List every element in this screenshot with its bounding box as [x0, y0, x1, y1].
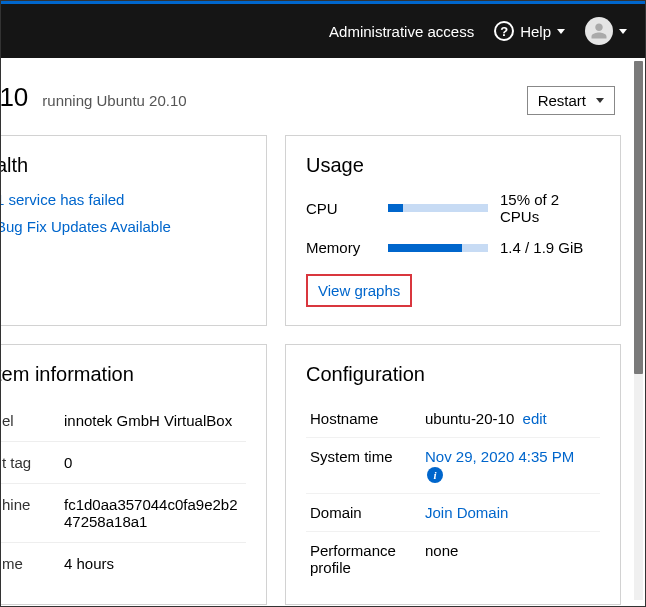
view-graphs-link[interactable]: View graphs [306, 274, 412, 307]
sysinfo-row-machine-id: hine fc1d0aa357044c0fa9e2b247258a18a1 [1, 484, 246, 543]
usage-memory-label: Memory [306, 239, 376, 256]
page-title-block: ntu-20-10 running Ubuntu 20.10 [1, 82, 187, 113]
user-menu[interactable] [585, 17, 627, 45]
health-card: alth 1 service has failed Bug Fix Update… [1, 135, 267, 326]
usage-card: Usage CPU 15% of 2 CPUs Memory 1.4 / 1.9… [285, 135, 621, 326]
page-subtitle: running Ubuntu 20.10 [42, 92, 186, 109]
sysinfo-row-asset-tag: t tag 0 [1, 442, 246, 484]
config-perf-value: none [421, 532, 600, 587]
sysinfo-uptime-value: 4 hours [58, 543, 246, 585]
config-systime-link[interactable]: Nov 29, 2020 4:35 PM [425, 448, 574, 465]
config-join-domain-link[interactable]: Join Domain [425, 504, 508, 521]
sysinfo-model-key: el [1, 400, 58, 442]
page-hostname: ntu-20-10 [1, 82, 28, 113]
sysinfo-model-value: innotek GmbH VirtualBox [58, 400, 246, 442]
health-title: alth [1, 154, 246, 177]
help-label: Help [520, 23, 551, 40]
system-info-card: tem information el innotek GmbH VirtualB… [1, 344, 267, 605]
top-navigation: Administrative access ? Help [1, 4, 645, 58]
avatar-icon [585, 17, 613, 45]
system-info-title: tem information [1, 363, 246, 386]
restart-button[interactable]: Restart [527, 86, 615, 115]
chevron-down-icon [557, 29, 565, 34]
sysinfo-asset-value: 0 [58, 442, 246, 484]
chevron-down-icon [619, 29, 627, 34]
usage-memory-bar [388, 244, 488, 252]
help-menu[interactable]: ? Help [494, 21, 565, 41]
sysinfo-machine-key: hine [1, 484, 58, 543]
health-service-failed-link[interactable]: 1 service has failed [1, 191, 124, 208]
config-systime-label: System time [306, 438, 421, 494]
configuration-card: Configuration Hostname ubuntu-20-10 edit… [285, 344, 621, 605]
config-hostname-value: ubuntu-20-10 [425, 410, 514, 427]
restart-label: Restart [538, 92, 586, 109]
admin-access-link[interactable]: Administrative access [329, 23, 474, 40]
config-row-performance-profile: Performance profile none [306, 532, 600, 587]
usage-memory-value: 1.4 / 1.9 GiB [500, 239, 600, 256]
config-domain-label: Domain [306, 494, 421, 532]
config-row-system-time: System time Nov 29, 2020 4:35 PM i [306, 438, 600, 494]
health-updates-link[interactable]: Bug Fix Updates Available [1, 218, 171, 235]
scrollbar-thumb[interactable] [634, 61, 643, 374]
sysinfo-row-uptime: me 4 hours [1, 543, 246, 585]
admin-access-label: Administrative access [329, 23, 474, 40]
help-icon: ? [494, 21, 514, 41]
usage-title: Usage [306, 154, 600, 177]
config-hostname-edit-link[interactable]: edit [523, 410, 547, 427]
config-perf-label: Performance profile [306, 532, 421, 587]
usage-row-cpu: CPU 15% of 2 CPUs [306, 191, 600, 225]
info-icon[interactable]: i [427, 467, 443, 483]
config-row-domain: Domain Join Domain [306, 494, 600, 532]
sysinfo-row-model: el innotek GmbH VirtualBox [1, 400, 246, 442]
sysinfo-machine-value: fc1d0aa357044c0fa9e2b247258a18a1 [58, 484, 246, 543]
scrollbar[interactable] [634, 61, 643, 600]
configuration-title: Configuration [306, 363, 600, 386]
config-hostname-label: Hostname [306, 400, 421, 438]
usage-cpu-bar [388, 204, 488, 212]
usage-cpu-value: 15% of 2 CPUs [500, 191, 600, 225]
usage-cpu-label: CPU [306, 200, 376, 217]
sysinfo-uptime-key: me [1, 543, 58, 585]
config-row-hostname: Hostname ubuntu-20-10 edit [306, 400, 600, 438]
sysinfo-asset-key: t tag [1, 442, 58, 484]
usage-row-memory: Memory 1.4 / 1.9 GiB [306, 239, 600, 256]
chevron-down-icon [596, 98, 604, 103]
